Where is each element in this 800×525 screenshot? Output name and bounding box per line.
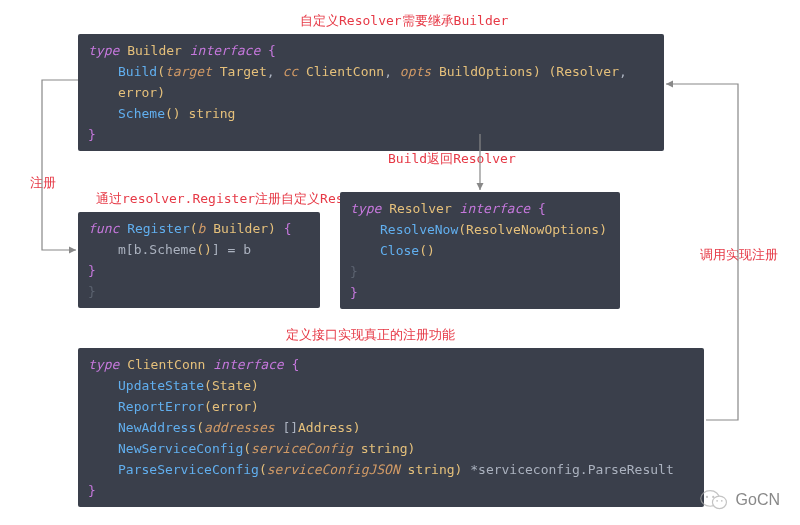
code-line: NewAddress(addresses []Address) [88, 417, 694, 438]
code-resolver: type Resolver interface { ResolveNow(Res… [340, 192, 620, 309]
code-line: NewServiceConfig(serviceConfig string) [88, 438, 694, 459]
annotation-define-interface: 定义接口实现真正的注册功能 [286, 326, 455, 344]
watermark: GoCN [700, 489, 780, 511]
code-register: func Register(b Builder) { m[b.Scheme()]… [78, 212, 320, 308]
code-line: } [350, 282, 610, 303]
svg-point-5 [720, 500, 722, 502]
code-line: type Builder interface { [88, 40, 654, 61]
annotation-build-return: Build返回Resolver [388, 150, 516, 168]
code-line: func Register(b Builder) { [88, 218, 310, 239]
arrow-register [42, 80, 78, 250]
annotation-top: 自定义Resolver需要继承Builder [300, 12, 508, 30]
svg-point-3 [712, 496, 714, 498]
svg-point-2 [705, 496, 707, 498]
code-line: } [88, 124, 654, 145]
code-line: UpdateState(State) [88, 375, 694, 396]
code-line: } [88, 480, 694, 501]
code-line: m[b.Scheme()] = b [88, 239, 310, 260]
code-clientconn: type ClientConn interface { UpdateState(… [78, 348, 704, 507]
watermark-label: GoCN [736, 491, 780, 509]
annotation-right-call: 调用实现注册 [700, 246, 778, 264]
code-line: Scheme() string [88, 103, 654, 124]
code-line: ReportError(error) [88, 396, 694, 417]
wechat-icon [700, 489, 728, 511]
svg-point-4 [716, 500, 718, 502]
code-line: } [88, 260, 310, 281]
code-line: type ClientConn interface { [88, 354, 694, 375]
annotation-register-left: 注册 [30, 174, 56, 192]
code-line: Build(target Target, cc ClientConn, opts… [88, 61, 654, 103]
code-line: type Resolver interface { [350, 198, 610, 219]
code-line: ParseServiceConfig(serviceConfigJSON str… [88, 459, 694, 480]
code-line: } [350, 261, 610, 282]
code-line: } [88, 281, 310, 302]
code-builder: type Builder interface { Build(target Ta… [78, 34, 664, 151]
svg-point-1 [712, 496, 726, 508]
code-line: ResolveNow(ResolveNowOptions) [350, 219, 610, 240]
code-line: Close() [350, 240, 610, 261]
